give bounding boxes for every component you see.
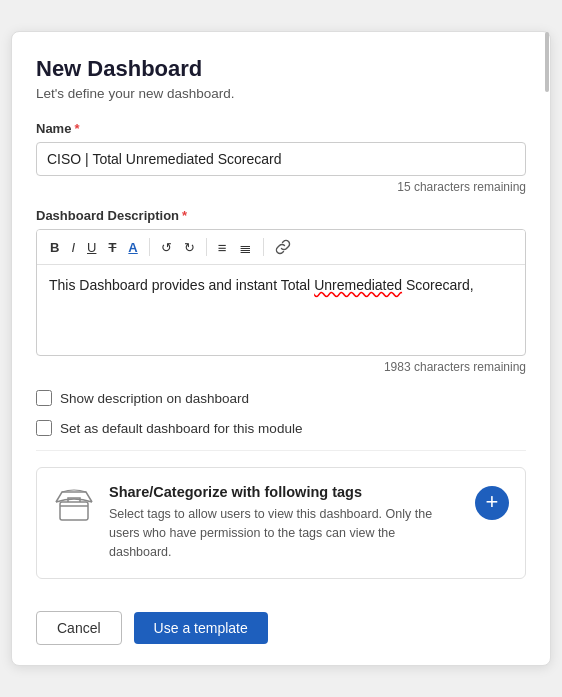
set-default-row: Set as default dashboard for this module xyxy=(36,420,526,436)
editor-container: B I U T A ↺ ↻ ≡ ≣ Thi xyxy=(36,229,526,356)
redo-button[interactable]: ↻ xyxy=(179,238,200,257)
tags-description: Select tags to allow users to view this … xyxy=(109,505,461,561)
text-color-button[interactable]: A xyxy=(123,238,142,257)
set-default-label[interactable]: Set as default dashboard for this module xyxy=(60,421,302,436)
scrollbar[interactable] xyxy=(544,32,550,664)
description-field: Dashboard Description * B I U T A ↺ ↻ ≡ … xyxy=(36,208,526,374)
editor-text-squiggly: Unremediated xyxy=(314,277,402,293)
toolbar-divider-2 xyxy=(206,238,207,256)
italic-button[interactable]: I xyxy=(66,238,80,257)
divider xyxy=(36,450,526,451)
modal-title: New Dashboard xyxy=(36,56,526,82)
toolbar-divider-1 xyxy=(149,238,150,256)
editor-text-after: Scorecard, xyxy=(402,277,474,293)
plus-icon: + xyxy=(486,491,499,513)
name-char-count: 15 characters remaining xyxy=(36,180,526,194)
name-field: Name * 15 characters remaining xyxy=(36,121,526,194)
tags-content: Share/Categorize with following tags Sel… xyxy=(109,484,461,561)
name-label: Name * xyxy=(36,121,526,136)
tags-title: Share/Categorize with following tags xyxy=(109,484,461,500)
desc-char-count: 1983 characters remaining xyxy=(36,360,526,374)
set-default-checkbox[interactable] xyxy=(36,420,52,436)
strikethrough-button[interactable]: T xyxy=(103,238,121,257)
add-tags-button[interactable]: + xyxy=(475,486,509,520)
underline-button[interactable]: U xyxy=(82,238,101,257)
undo-button[interactable]: ↺ xyxy=(156,238,177,257)
new-dashboard-modal: New Dashboard Let's define your new dash… xyxy=(11,31,551,665)
link-button[interactable] xyxy=(270,236,296,258)
name-required: * xyxy=(74,121,79,136)
editor-text-before: This Dashboard provides and instant Tota… xyxy=(49,277,314,293)
tags-icon xyxy=(53,484,95,526)
toolbar-divider-3 xyxy=(263,238,264,256)
list-button[interactable]: ≣ xyxy=(234,237,257,258)
use-template-button[interactable]: Use a template xyxy=(134,612,268,644)
desc-required: * xyxy=(182,208,187,223)
modal-subtitle: Let's define your new dashboard. xyxy=(36,86,526,101)
align-button[interactable]: ≡ xyxy=(213,237,232,258)
editor-toolbar: B I U T A ↺ ↻ ≡ ≣ xyxy=(37,230,525,265)
show-description-label[interactable]: Show description on dashboard xyxy=(60,391,249,406)
tags-section: Share/Categorize with following tags Sel… xyxy=(36,467,526,578)
cancel-button[interactable]: Cancel xyxy=(36,611,122,645)
svg-rect-0 xyxy=(60,502,88,520)
bold-button[interactable]: B xyxy=(45,238,64,257)
footer: Cancel Use a template xyxy=(36,603,526,645)
name-input[interactable] xyxy=(36,142,526,176)
show-description-row: Show description on dashboard xyxy=(36,390,526,406)
editor-body[interactable]: This Dashboard provides and instant Tota… xyxy=(37,265,525,355)
show-description-checkbox[interactable] xyxy=(36,390,52,406)
description-label: Dashboard Description * xyxy=(36,208,526,223)
